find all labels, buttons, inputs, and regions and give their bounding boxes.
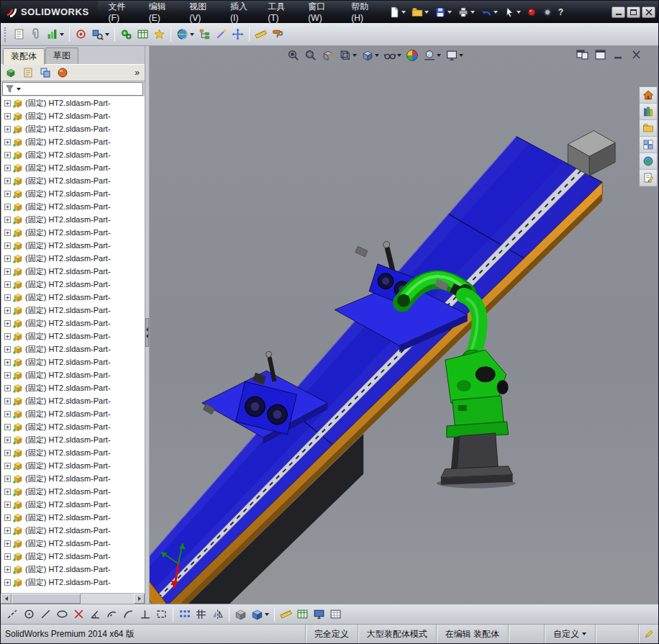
appearance-button[interactable] [270, 27, 285, 42]
view-palette-tab[interactable] [640, 137, 657, 153]
expand-toggle-icon[interactable]: + [4, 437, 11, 443]
tree-item[interactable]: + (固定) HT2.sldasm-Part- [1, 174, 145, 187]
doc-maximize-button[interactable] [594, 50, 606, 60]
expand-toggle-icon[interactable]: + [4, 139, 11, 145]
measure-tool-button[interactable] [278, 607, 294, 622]
menu-help[interactable]: 帮助(H) [345, 1, 386, 23]
appearances-tab[interactable] [640, 153, 657, 170]
expand-toggle-icon[interactable]: + [4, 424, 11, 430]
expand-toggle-icon[interactable]: + [4, 372, 11, 378]
section-view-button[interactable] [321, 48, 335, 63]
doc-restore-button[interactable] [576, 50, 588, 60]
expand-toggle-icon[interactable]: + [4, 191, 11, 197]
maximize-button[interactable] [627, 6, 640, 18]
expand-toggle-icon[interactable]: + [4, 126, 11, 132]
tree-item[interactable]: + (固定) HT2.sldasm-Part- [1, 96, 145, 109]
select-button[interactable] [501, 5, 523, 19]
zoom-area-button[interactable] [304, 48, 318, 63]
expand-toggle-icon[interactable]: + [4, 450, 11, 456]
configuration-manager-tab[interactable] [38, 65, 53, 80]
tree-item[interactable]: + (固定) HT2.sldasm-Part- [1, 368, 145, 381]
tree-item[interactable]: + (固定) HT2.sldasm-Part- [1, 446, 145, 459]
tree-filter[interactable] [2, 82, 143, 96]
tab-assembly[interactable]: 装配体 [3, 48, 45, 65]
expand-toggle-icon[interactable]: + [4, 255, 11, 262]
measure-button[interactable] [253, 27, 268, 42]
tree-item[interactable]: + (固定) HT2.sldasm-Part- [1, 304, 145, 317]
tree-item[interactable]: + (固定) HT2.sldasm-Part- [1, 135, 145, 148]
favorites-button[interactable] [152, 27, 167, 42]
tree-item[interactable]: + (固定) HT2.sldasm-Part- [1, 148, 145, 161]
customize-button[interactable]: 自定义 [544, 625, 595, 643]
expand-toggle-icon[interactable]: + [4, 540, 11, 547]
expand-toggle-icon[interactable]: + [4, 346, 11, 353]
options-button[interactable] [540, 6, 555, 19]
gears-button[interactable] [119, 27, 134, 42]
expand-toggle-icon[interactable]: + [4, 204, 11, 210]
linear-track[interactable] [150, 137, 602, 604]
doc-minimize-button[interactable] [612, 50, 624, 60]
circle-button[interactable] [22, 607, 37, 622]
edit-sketch-status[interactable] [638, 625, 658, 643]
new-document-button[interactable] [386, 5, 408, 19]
expand-toggle-icon[interactable]: + [4, 333, 11, 340]
expand-toggle-icon[interactable]: + [4, 463, 11, 469]
toolbar-grip[interactable] [4, 27, 7, 42]
panel-collapse-handle[interactable] [145, 318, 149, 347]
tree-item[interactable]: + (固定) HT2.sldasm-Part- [1, 161, 145, 174]
robot-pedestal[interactable] [437, 433, 516, 489]
corner-rectangle-button[interactable] [154, 607, 169, 622]
tree-item[interactable]: + (固定) HT2.sldasm-Part- [1, 485, 145, 498]
tree-item[interactable]: + (固定) HT2.sldasm-Part- [1, 355, 145, 368]
attach-button[interactable] [28, 27, 43, 42]
tree-item[interactable]: + (固定) HT2.sldasm-Part- [1, 330, 145, 343]
view-settings-button[interactable] [445, 48, 464, 63]
expand-toggle-icon[interactable]: + [4, 152, 11, 158]
print-button[interactable] [455, 5, 477, 19]
custom-properties-tab[interactable] [640, 170, 657, 186]
tree-item[interactable]: + (固定) HT2.sldasm-Part- [1, 343, 145, 355]
menu-view[interactable]: 视图(V) [183, 1, 224, 23]
line-button[interactable] [38, 607, 53, 622]
save-button[interactable] [432, 5, 454, 19]
positioner-unit-2[interactable] [236, 351, 297, 435]
wizard-button[interactable] [214, 27, 229, 42]
tree-item[interactable]: + (固定) HT2.sldasm-Part- [1, 381, 145, 394]
expand-toggle-icon[interactable]: + [4, 113, 11, 119]
display-manager-tab[interactable] [55, 65, 70, 80]
file-explorer-tab[interactable] [640, 120, 657, 137]
grid-snap-button[interactable] [194, 607, 209, 622]
scroll-track[interactable] [12, 594, 134, 604]
target-button[interactable] [73, 27, 88, 42]
tree-horizontal-scrollbar[interactable] [1, 593, 145, 604]
trim-entities-button[interactable] [71, 607, 86, 622]
tree-item[interactable]: + (固定) HT2.sldasm-Part- [1, 524, 145, 537]
close-button[interactable] [642, 6, 655, 18]
tree-item[interactable]: + (固定) HT2.sldasm-Part- [1, 122, 145, 135]
edit-appearance-button[interactable] [405, 48, 419, 63]
expand-toggle-icon[interactable]: + [4, 566, 11, 573]
expand-toggle-icon[interactable]: + [4, 294, 11, 301]
tree-item[interactable]: + (固定) HT2.sldasm-Part- [1, 317, 145, 330]
property-manager-tab[interactable] [21, 65, 35, 80]
scroll-left-button[interactable] [1, 594, 12, 604]
display-style-button[interactable] [360, 48, 380, 63]
design-library-tab[interactable] [640, 104, 657, 120]
3d-scene[interactable] [150, 46, 658, 604]
tree-item[interactable]: + (固定) HT2.sldasm-Part- [1, 433, 145, 446]
feature-manager-tab[interactable] [4, 65, 18, 80]
tree-item[interactable]: + (固定) HT2.sldasm-Part- [1, 200, 145, 213]
mirror-entities-button[interactable] [210, 607, 225, 622]
tree-item[interactable]: + (固定) HT2.sldasm-Part- [1, 187, 145, 200]
ellipse-button[interactable] [55, 607, 70, 622]
undo-button[interactable] [478, 5, 500, 19]
expand-toggle-icon[interactable]: + [4, 502, 11, 508]
expand-toggle-icon[interactable]: + [4, 527, 11, 534]
tree-item[interactable]: + (固定) HT2.sldasm-Part- [1, 537, 145, 550]
hide-show-items-button[interactable] [383, 48, 402, 63]
panel-overflow-button[interactable]: » [135, 68, 142, 78]
globe-button[interactable] [175, 27, 196, 42]
expand-toggle-icon[interactable]: + [4, 268, 11, 275]
menu-edit[interactable]: 编辑(E) [142, 1, 183, 23]
home-tab[interactable] [640, 87, 657, 104]
